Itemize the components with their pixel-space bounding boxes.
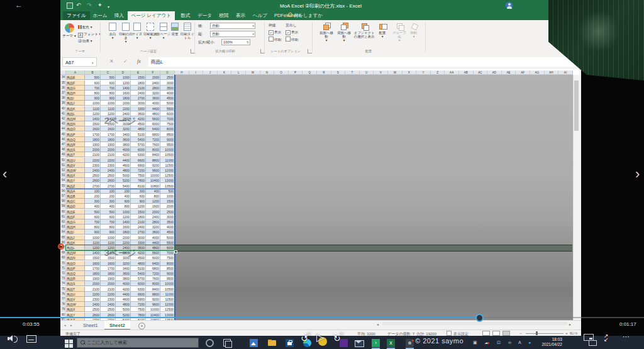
cell[interactable]: 1000 [101, 235, 116, 240]
theme-effects-button[interactable]: 効果 ▾ [78, 38, 92, 43]
cell[interactable]: 8000 [160, 126, 175, 131]
cell[interactable]: 1700 [85, 132, 101, 137]
cell[interactable]: 900 [131, 199, 146, 204]
cell[interactable]: 8400 [146, 152, 160, 157]
ribbon-tab-4[interactable]: 数式 [177, 11, 194, 20]
column-header[interactable]: J [203, 70, 218, 75]
column-header[interactable]: Q [303, 70, 317, 75]
enter-icon[interactable]: ✓ [123, 58, 128, 64]
cell[interactable]: 1400 [116, 219, 131, 224]
cell[interactable]: 商品Q [66, 271, 85, 276]
row-header[interactable]: 60 [60, 209, 66, 214]
column-header[interactable]: U [360, 70, 374, 75]
cell[interactable]: 8000 [146, 147, 160, 152]
cell[interactable]: 6400 [146, 126, 160, 131]
cell[interactable]: 5100 [131, 132, 146, 137]
cell[interactable]: 1200 [116, 214, 131, 219]
ribbon-tab-0[interactable]: ファイル [63, 11, 90, 20]
cell[interactable]: 商品P [66, 266, 85, 271]
cell[interactable]: 2700 [101, 184, 116, 189]
row-header[interactable]: 73 [60, 276, 66, 281]
cell[interactable]: 6800 [146, 266, 160, 271]
cell[interactable]: 2400 [146, 214, 160, 219]
cell[interactable]: 900 [85, 96, 101, 101]
zoom-in-icon[interactable]: + [565, 331, 568, 335]
cell[interactable]: 2400 [131, 224, 146, 230]
cell[interactable]: 商品B [66, 194, 85, 199]
cell[interactable]: 4400 [116, 158, 131, 163]
cell[interactable]: 2000 [101, 281, 116, 286]
column-header[interactable]: O [274, 70, 289, 75]
row-header[interactable]: 69 [60, 255, 66, 260]
cell[interactable]: 商品G [66, 219, 85, 224]
column-header[interactable]: AI [558, 70, 573, 75]
cell[interactable]: 3600 [146, 230, 160, 235]
cell[interactable]: 10000 [160, 281, 175, 286]
cell[interactable]: 5500 [160, 106, 175, 111]
cell[interactable]: 1900 [85, 276, 101, 281]
row-header[interactable]: 45 [60, 132, 66, 137]
cell[interactable]: 4400 [116, 292, 131, 297]
row-header[interactable]: 53 [60, 173, 66, 178]
cell[interactable]: 商品P [66, 132, 85, 137]
prev-video-icon[interactable]: ‹ [3, 167, 7, 181]
column-header[interactable]: B [85, 70, 101, 75]
row-header[interactable]: 41 [60, 111, 66, 116]
column-header[interactable]: C [101, 70, 116, 75]
cell[interactable]: 600 [85, 80, 101, 86]
cell[interactable]: 2400 [101, 168, 116, 173]
cell[interactable]: 商品R [66, 142, 85, 147]
cell[interactable]: 4800 [131, 126, 146, 131]
cell[interactable]: 2300 [85, 163, 101, 168]
row-header[interactable]: 46 [60, 137, 66, 142]
cell[interactable]: 2800 [146, 86, 160, 91]
cell[interactable]: 1900 [85, 142, 101, 147]
cell[interactable]: 3500 [160, 219, 175, 224]
cell[interactable]: 商品S [66, 281, 85, 286]
column-header[interactable]: N [260, 70, 275, 75]
scale-height-field[interactable]: 自動▾ [210, 31, 255, 37]
horizontal-scrollbar[interactable] [382, 322, 567, 325]
column-header[interactable]: X [402, 70, 417, 75]
cell[interactable]: 2100 [85, 287, 101, 292]
cell[interactable]: 9000 [160, 137, 175, 142]
cell[interactable]: 1000 [101, 101, 116, 106]
cell[interactable]: 3200 [146, 91, 160, 96]
send-backward-button[interactable]: 背面へ移動▾ [336, 23, 352, 42]
cell[interactable]: 3300 [131, 106, 146, 111]
row-header[interactable]: 55 [60, 184, 66, 189]
cell[interactable]: 8800 [146, 158, 160, 163]
cell[interactable]: 1600 [101, 261, 116, 266]
cell[interactable]: 商品G [66, 86, 85, 91]
next-video-icon[interactable]: › [635, 167, 640, 181]
zoom-slider-knob[interactable] [536, 331, 538, 335]
cell[interactable]: 2300 [101, 163, 116, 168]
cell[interactable]: 商品U [66, 158, 85, 163]
row-header[interactable]: 35 [60, 80, 66, 86]
display-settings-icon[interactable] [447, 331, 452, 336]
cell[interactable]: 5200 [116, 178, 131, 183]
scale-width-field[interactable]: 自動▾ [210, 23, 255, 29]
cell[interactable]: 4800 [116, 168, 131, 173]
margins-button[interactable]: 余白▾ [106, 23, 119, 40]
taskbar-clock[interactable]: 18:03 2021/04/22 [528, 337, 562, 347]
column-header[interactable]: Z [431, 70, 445, 75]
cell[interactable]: 商品D [66, 204, 85, 209]
column-header[interactable]: AB [459, 70, 474, 75]
row-header[interactable]: 72 [60, 271, 66, 276]
row-header[interactable]: 57 [60, 194, 66, 199]
row-header[interactable]: 64 [60, 230, 66, 235]
ribbon-tab-3[interactable]: ページ レイアウト [128, 11, 175, 20]
view-normal-button[interactable] [482, 331, 490, 336]
cell[interactable]: 4500 [160, 230, 175, 235]
cell[interactable]: 1700 [85, 266, 101, 271]
cell[interactable]: 7600 [146, 276, 160, 281]
row-header[interactable]: 59 [60, 204, 66, 209]
row-header[interactable]: 39 [60, 101, 66, 106]
cell[interactable]: 5000 [160, 101, 175, 106]
cell[interactable]: 2600 [85, 178, 101, 183]
cell[interactable]: 8000 [146, 281, 160, 286]
row-header[interactable]: 51 [60, 163, 66, 168]
cell[interactable]: 1600 [146, 204, 160, 209]
cell[interactable]: 6800 [146, 132, 160, 137]
